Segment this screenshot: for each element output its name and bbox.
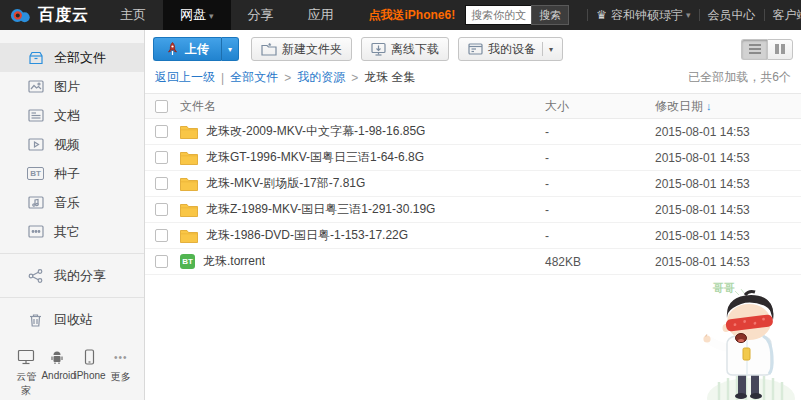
file-name-link[interactable]: 龙珠改-2009-MKV-中文字幕-1-98-16.85G <box>206 123 425 140</box>
file-name-link[interactable]: 龙珠Z-1989-MKV-国日粤三语1-291-30.19G <box>206 201 435 218</box>
grid-view-button[interactable] <box>767 39 793 60</box>
sidebar-item-recycle-bin[interactable]: 回收站 <box>0 305 144 334</box>
chevron-down-icon: ▾ <box>228 45 232 54</box>
bt-icon: BT <box>27 166 44 181</box>
device-iphone[interactable]: iPhone <box>74 348 105 398</box>
select-all-checkbox[interactable] <box>155 100 168 113</box>
sidebar-item-other[interactable]: 其它 <box>0 217 144 246</box>
nav-tab-home[interactable]: 主页 <box>103 0 163 30</box>
android-icon <box>41 348 73 366</box>
offline-download-icon <box>371 42 386 56</box>
sidebar-item-music[interactable]: 音乐 <box>0 188 144 217</box>
upload-dropdown-arrow[interactable]: ▾ <box>221 37 239 61</box>
chevron-down-icon: ▾ <box>542 42 553 56</box>
phone-icon <box>74 348 105 366</box>
table-row[interactable]: BT 龙珠Z-1989-MKV-国日粤三语1-291-30.19G - 2015… <box>145 197 801 223</box>
sidebar-item-label: 我的分享 <box>54 267 106 285</box>
table-body: BT 龙珠改-2009-MKV-中文字幕-1-98-16.85G - 2015-… <box>145 119 801 275</box>
table-row[interactable]: BT 龙珠-MKV-剧场版-17部-7.81G - 2015-08-01 14:… <box>145 171 801 197</box>
bt-file-icon-label: BT <box>182 257 193 266</box>
breadcrumb-root-link[interactable]: 全部文件 <box>230 69 278 86</box>
device-more[interactable]: ••• 更多 <box>107 348 135 398</box>
my-devices-icon <box>468 43 483 55</box>
my-devices-label: 我的设备 <box>488 41 536 58</box>
sidebar-item-all-files[interactable]: 全部文件 <box>0 43 144 72</box>
top-navbar: 百度云 主页 网盘▾ 分享 应用 点我送iPhone6! 搜索 ♛ 容和钟硕琭宇… <box>0 0 801 30</box>
breadcrumb: 返回上一级 | 全部文件 > 我的资源 > 龙珠 全集 已全部加载，共6个 <box>145 67 801 94</box>
row-checkbox[interactable] <box>155 125 168 138</box>
device-label: 云管家 <box>16 371 36 396</box>
user-menu[interactable]: ♛ 容和钟硕琭宇 ▾ <box>596 7 690 24</box>
vip-center-link[interactable]: 会员中心 <box>708 7 756 24</box>
iphone-promo-link[interactable]: 点我送iPhone6! <box>369 7 456 24</box>
device-cloud-manager[interactable]: 云管家 <box>12 348 40 398</box>
rocket-icon <box>166 42 179 57</box>
file-date: 2015-08-01 14:53 <box>655 255 801 269</box>
file-name-link[interactable]: 龙珠.torrent <box>203 253 265 270</box>
table-row[interactable]: BT 龙珠GT-1996-MKV-国粤日三语1-64-6.8G - 2015-0… <box>145 145 801 171</box>
new-folder-icon <box>261 43 277 56</box>
device-label: iPhone <box>74 370 105 381</box>
folder-icon <box>180 151 198 165</box>
baidu-cloud-logo[interactable]: 百度云 <box>0 5 103 26</box>
column-header-size[interactable]: 大小 <box>545 98 655 115</box>
file-name-link[interactable]: 龙珠GT-1996-MKV-国粤日三语1-64-6.8G <box>206 149 424 166</box>
folder-icon <box>180 125 198 139</box>
sidebar-item-docs[interactable]: 文档 <box>0 101 144 130</box>
breadcrumb-separator: > <box>351 71 358 85</box>
row-checkbox[interactable] <box>155 203 168 216</box>
sidebar-item-videos[interactable]: 视频 <box>0 130 144 159</box>
file-date: 2015-08-01 14:53 <box>655 203 801 217</box>
row-checkbox[interactable] <box>155 177 168 190</box>
row-checkbox[interactable] <box>155 151 168 164</box>
column-header-date[interactable]: 修改日期↓ <box>655 98 801 115</box>
offline-download-button[interactable]: 离线下载 <box>361 37 449 61</box>
list-view-button[interactable] <box>741 39 767 60</box>
file-name-cell: BT 龙珠.torrent <box>180 253 545 270</box>
breadcrumb-folder-link[interactable]: 我的资源 <box>297 69 345 86</box>
file-size: - <box>545 229 655 243</box>
my-devices-button[interactable]: 我的设备 ▾ <box>458 37 563 61</box>
search-button[interactable]: 搜索 <box>531 5 569 25</box>
table-row[interactable]: BT 龙珠-1986-DVD-国日粤-1-153-17.22G - 2015-0… <box>145 223 801 249</box>
table-row[interactable]: BT 龙珠改-2009-MKV-中文字幕-1-98-16.85G - 2015-… <box>145 119 801 145</box>
folder-icon <box>180 203 198 217</box>
upload-button[interactable]: 上传 <box>153 37 221 61</box>
offline-download-label: 离线下载 <box>391 41 439 58</box>
file-name-link[interactable]: 龙珠-MKV-剧场版-17部-7.81G <box>206 175 365 192</box>
file-size: - <box>545 125 655 139</box>
row-checkbox[interactable] <box>155 229 168 242</box>
table-row[interactable]: BT 龙珠.torrent 482KB 2015-08-01 14:53 <box>145 249 801 275</box>
nav-tab-apps[interactable]: 应用 <box>291 0 351 30</box>
sidebar-item-label: 全部文件 <box>54 49 106 67</box>
client-download-link[interactable]: 客户端下载 <box>773 7 801 24</box>
document-icon <box>27 108 44 123</box>
sidebar-item-label: 图片 <box>54 78 80 96</box>
cloud-logo-icon <box>10 7 32 23</box>
upload-split-button: 上传 ▾ <box>153 37 239 61</box>
back-link[interactable]: 返回上一级 <box>155 69 215 86</box>
nav-tab-netdisk[interactable]: 网盘▾ <box>163 0 231 30</box>
search-input[interactable] <box>465 5 531 25</box>
divider <box>0 297 144 298</box>
divider <box>764 9 765 21</box>
music-icon <box>27 195 44 210</box>
file-date: 2015-08-01 14:53 <box>655 177 801 191</box>
folder-icon <box>180 229 198 243</box>
breadcrumb-separator: | <box>221 71 224 85</box>
sidebar-item-my-shares[interactable]: 我的分享 <box>0 261 144 290</box>
divider <box>587 9 588 21</box>
file-name-link[interactable]: 龙珠-1986-DVD-国日粤-1-153-17.22G <box>206 227 408 244</box>
nav-tab-share[interactable]: 分享 <box>231 0 291 30</box>
searchbox: 搜索 <box>465 5 569 25</box>
sidebar-item-torrents[interactable]: BT 种子 <box>0 159 144 188</box>
device-android[interactable]: Android <box>41 348 73 398</box>
breadcrumb-current: 龙珠 全集 <box>364 69 415 86</box>
sidebar-item-images[interactable]: 图片 <box>0 72 144 101</box>
new-folder-button[interactable]: 新建文件夹 <box>251 37 352 61</box>
other-files-icon <box>27 224 44 239</box>
list-view-icon <box>749 44 761 54</box>
row-checkbox[interactable] <box>155 255 168 268</box>
column-header-name[interactable]: 文件名 <box>180 98 545 115</box>
file-size: - <box>545 177 655 191</box>
